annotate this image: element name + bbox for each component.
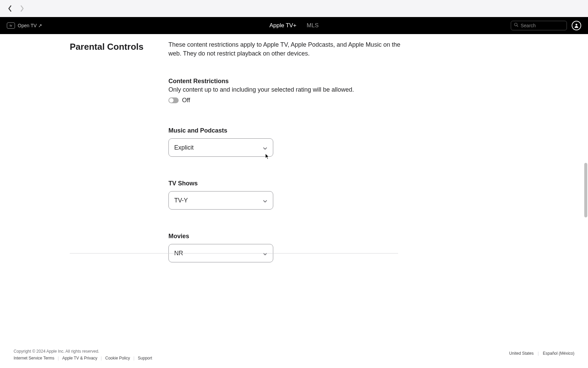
- footer: Copyright © 2024 Apple Inc. All rights r…: [0, 349, 588, 368]
- page-title: Parental Controls: [70, 42, 168, 52]
- tv-shows-select[interactable]: TV-Y: [168, 191, 273, 210]
- footer-right: United States | Español (México): [509, 351, 574, 356]
- toggle-knob: [169, 98, 174, 103]
- footer-link-cookie[interactable]: Cookie Policy: [105, 356, 130, 361]
- music-podcasts-value: Explicit: [174, 144, 194, 151]
- tv-shows-section: TV Shows TV-Y: [168, 180, 520, 210]
- music-podcasts-select[interactable]: Explicit: [168, 138, 273, 157]
- back-button[interactable]: [7, 5, 13, 12]
- content-restrictions-toggle-row: Off: [168, 97, 520, 104]
- footer-link-support[interactable]: Support: [138, 356, 152, 361]
- footer-links: Internet Service Terms | Apple TV & Priv…: [14, 356, 574, 361]
- tv-shows-value: TV-Y: [174, 197, 188, 204]
- footer-link-terms[interactable]: Internet Service Terms: [14, 356, 54, 361]
- content-restrictions-title: Content Restrictions: [168, 78, 520, 85]
- svg-line-1: [517, 26, 518, 27]
- footer-sep: |: [58, 356, 59, 361]
- account-button[interactable]: [572, 21, 581, 30]
- intro-text: These content restrictions apply to Appl…: [168, 40, 403, 58]
- browser-nav-bar: [0, 0, 588, 17]
- chevron-down-icon: [263, 198, 267, 203]
- search-box[interactable]: [511, 21, 567, 30]
- search-icon: [514, 22, 519, 29]
- svg-point-2: [575, 24, 577, 26]
- scrollbar-thumb[interactable]: [584, 163, 587, 217]
- open-tv-label: Open TV ↗: [18, 23, 42, 28]
- right-column: These content restrictions apply to Appl…: [168, 40, 588, 262]
- open-tv-link[interactable]: tv Open TV ↗: [7, 22, 42, 29]
- footer-sep: |: [538, 351, 539, 356]
- chevron-down-icon: [263, 145, 267, 150]
- content-restrictions-toggle[interactable]: [168, 97, 179, 103]
- movies-section: Movies NR: [168, 233, 520, 262]
- tab-apple-tv-plus[interactable]: Apple TV+: [270, 22, 297, 29]
- main-content: Parental Controls These content restrict…: [0, 34, 588, 262]
- header-tabs: Apple TV+ MLS: [270, 22, 319, 29]
- content-restrictions-desc: Only content up to and including your se…: [168, 86, 520, 93]
- region-link[interactable]: United States: [509, 351, 534, 356]
- music-podcasts-section: Music and Podcasts Explicit: [168, 127, 520, 157]
- footer-sep: |: [101, 356, 102, 361]
- toggle-state-label: Off: [182, 97, 190, 104]
- content-restrictions-section: Content Restrictions Only content up to …: [168, 78, 520, 104]
- content-divider: [70, 253, 398, 254]
- tv-shows-title: TV Shows: [168, 180, 520, 187]
- header-right-controls: [511, 21, 581, 30]
- language-link[interactable]: Español (México): [543, 351, 574, 356]
- copyright-text: Copyright © 2024 Apple Inc. All rights r…: [14, 349, 574, 354]
- music-podcasts-title: Music and Podcasts: [168, 127, 520, 134]
- forward-button: [19, 5, 25, 12]
- left-column: Parental Controls: [0, 40, 168, 262]
- search-input[interactable]: [521, 23, 564, 28]
- footer-link-privacy[interactable]: Apple TV & Privacy: [62, 356, 97, 361]
- footer-sep: |: [133, 356, 134, 361]
- tab-mls[interactable]: MLS: [307, 22, 318, 29]
- apple-tv-icon: tv: [7, 22, 15, 29]
- movies-title: Movies: [168, 233, 520, 240]
- app-header: tv Open TV ↗ Apple TV+ MLS: [0, 17, 588, 34]
